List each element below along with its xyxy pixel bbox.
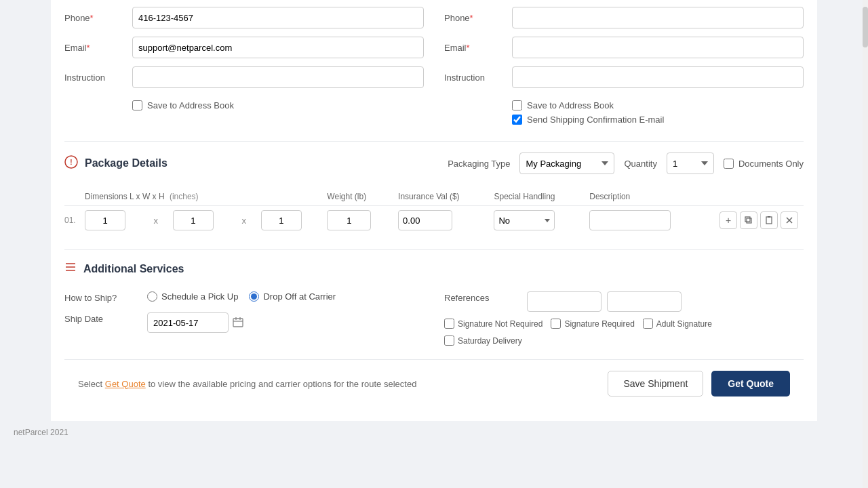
phone-input-right[interactable] bbox=[512, 7, 804, 28]
packaging-type-label: Packaging Type bbox=[448, 159, 510, 169]
list-icon bbox=[64, 261, 77, 277]
save-address-label-left: Save to Address Book bbox=[147, 100, 234, 110]
description-cell bbox=[589, 206, 714, 235]
brand-footer: netParcel 2021 bbox=[0, 421, 868, 444]
special-handling-cell: No Yes bbox=[494, 206, 589, 235]
package-details-title: Package Details bbox=[85, 157, 167, 169]
dim-x2-cell: x bbox=[239, 206, 260, 235]
svg-rect-3 bbox=[745, 217, 750, 222]
schedule-pickup-text: Schedule a Pick Up bbox=[161, 291, 238, 302]
adult-signature-label: Adult Signature bbox=[656, 319, 712, 329]
special-handling-select[interactable]: No Yes bbox=[494, 210, 555, 230]
paste-row-button[interactable] bbox=[760, 211, 778, 229]
weight-cell bbox=[327, 206, 398, 235]
scrollbar-thumb[interactable] bbox=[863, 7, 868, 47]
quantity-select[interactable]: 1 2 3 bbox=[667, 152, 714, 174]
ship-date-label: Ship Date bbox=[64, 312, 139, 324]
adult-signature-checkbox[interactable] bbox=[643, 319, 653, 329]
svg-rect-4 bbox=[766, 217, 772, 224]
col-dimensions: Dimensions L x W x H (inches) bbox=[85, 188, 327, 206]
calendar-icon[interactable] bbox=[233, 317, 243, 329]
footer-text: Select Get Quote to view the available p… bbox=[78, 379, 416, 389]
email-label-right: Email* bbox=[444, 43, 512, 53]
row-num: 01. bbox=[64, 206, 85, 235]
dim-w-cell bbox=[173, 206, 239, 235]
dropoff-text: Drop Off at Carrier bbox=[263, 291, 336, 302]
instruction-input-left[interactable] bbox=[132, 66, 424, 88]
dim-x1-cell: x bbox=[151, 206, 173, 235]
phone-label-left: Phone* bbox=[64, 13, 132, 23]
weight-input[interactable] bbox=[327, 210, 371, 230]
copy-row-button[interactable] bbox=[740, 211, 757, 229]
dim-h-cell bbox=[261, 206, 328, 235]
phone-input-left[interactable] bbox=[132, 7, 424, 28]
description-input[interactable] bbox=[589, 210, 671, 230]
schedule-pickup-radio[interactable] bbox=[147, 291, 157, 302]
actions-cell: + bbox=[714, 206, 804, 235]
col-num bbox=[64, 188, 85, 206]
delete-row-button[interactable] bbox=[781, 211, 798, 229]
signature-not-required-label: Signature Not Required bbox=[458, 319, 542, 329]
col-actions bbox=[714, 188, 804, 206]
reference1-input[interactable] bbox=[527, 291, 601, 312]
phone-label-right: Phone* bbox=[444, 13, 512, 23]
email-input-right[interactable] bbox=[512, 37, 804, 58]
dropoff-radio[interactable] bbox=[249, 291, 259, 302]
svg-rect-11 bbox=[233, 319, 243, 327]
dim-l-cell bbox=[85, 206, 151, 235]
package-details-section: ! Package Details Packaging Type My Pack… bbox=[64, 141, 804, 182]
signature-not-required-checkbox[interactable] bbox=[444, 319, 454, 329]
instruction-input-right[interactable] bbox=[512, 66, 804, 88]
col-special: Special Handling bbox=[494, 188, 589, 206]
additional-services-section: Additional Services bbox=[64, 249, 804, 285]
save-address-label-right: Save to Address Book bbox=[527, 100, 614, 110]
email-input-left[interactable] bbox=[132, 37, 424, 58]
get-quote-link[interactable]: Get Quote bbox=[105, 379, 146, 389]
send-confirmation-label: Send Shipping Confirmation E-mail bbox=[527, 115, 664, 125]
schedule-pickup-option[interactable]: Schedule a Pick Up bbox=[147, 291, 238, 302]
svg-text:!: ! bbox=[70, 159, 72, 166]
table-row: 01. x x bbox=[64, 206, 804, 235]
reference2-input[interactable] bbox=[607, 291, 682, 312]
footer-bar: Select Get Quote to view the available p… bbox=[64, 359, 804, 407]
references-label: References bbox=[444, 291, 519, 303]
col-description: Description bbox=[589, 188, 714, 206]
svg-rect-5 bbox=[768, 216, 770, 218]
packaging-type-select[interactable]: My Packaging Box Envelope bbox=[519, 152, 614, 174]
save-shipment-button[interactable]: Save Shipment bbox=[608, 371, 703, 396]
dim-sep-2: x bbox=[239, 216, 249, 226]
signature-required-label: Signature Required bbox=[564, 319, 634, 329]
quantity-label: Quantity bbox=[624, 159, 656, 169]
instruction-label-left: Instruction bbox=[64, 73, 132, 83]
scrollbar[interactable] bbox=[863, 0, 868, 488]
email-label-left: Email* bbox=[64, 43, 132, 53]
insurance-cell bbox=[398, 206, 494, 235]
signature-required-checkbox[interactable] bbox=[551, 319, 561, 329]
col-insurance: Insurance Val ($) bbox=[398, 188, 494, 206]
documents-only-checkbox[interactable] bbox=[724, 159, 734, 169]
get-quote-button[interactable]: Get Quote bbox=[711, 371, 790, 396]
saturday-delivery-label: Saturday Delivery bbox=[458, 336, 522, 346]
how-to-ship-label: How to Ship? bbox=[64, 291, 139, 303]
dim-sep-1: x bbox=[151, 216, 161, 226]
save-address-checkbox-left[interactable] bbox=[132, 100, 142, 110]
package-icon: ! bbox=[64, 155, 78, 172]
add-row-button[interactable]: + bbox=[719, 211, 737, 229]
ship-date-input[interactable] bbox=[147, 312, 229, 333]
dim-l-input[interactable] bbox=[85, 210, 125, 230]
col-weight: Weight (lb) bbox=[327, 188, 398, 206]
insurance-input[interactable] bbox=[398, 210, 452, 230]
additional-services-title: Additional Services bbox=[83, 263, 184, 275]
instruction-label-right: Instruction bbox=[444, 73, 512, 83]
dim-h-input[interactable] bbox=[261, 210, 302, 230]
dim-w-input[interactable] bbox=[173, 210, 214, 230]
save-address-checkbox-right[interactable] bbox=[512, 100, 522, 110]
send-confirmation-checkbox[interactable] bbox=[512, 115, 522, 125]
documents-only-label: Documents Only bbox=[738, 159, 804, 169]
dropoff-option[interactable]: Drop Off at Carrier bbox=[249, 291, 336, 302]
svg-rect-2 bbox=[747, 218, 751, 223]
saturday-delivery-checkbox[interactable] bbox=[444, 336, 454, 346]
package-table: Dimensions L x W x H (inches) Weight (lb… bbox=[64, 188, 804, 235]
